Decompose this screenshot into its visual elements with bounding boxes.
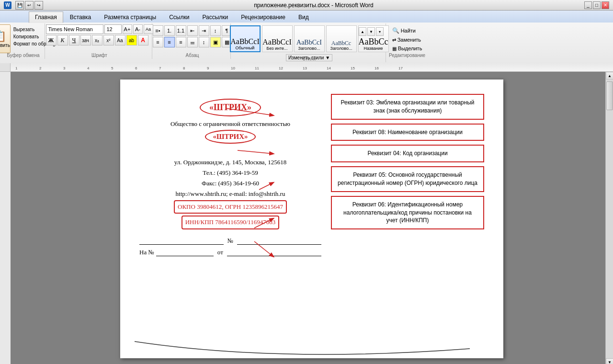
italic-button[interactable]: К [57,35,68,46]
styles-expand[interactable]: ▾ [376,27,384,36]
address-line: ул. Орджоникидзе, д. 145, Москва, 125618 [139,157,321,168]
tab-home[interactable]: Главная [29,11,63,23]
strikethrough-button[interactable]: зач [80,35,91,46]
scroll-track[interactable] [606,80,613,358]
font-color-button[interactable]: А [138,35,148,46]
svg-text:8: 8 [183,66,185,70]
svg-text:9: 9 [207,66,209,70]
increase-indent-button[interactable]: ⇥ [199,25,209,36]
scroll-thumb[interactable] [606,81,613,110]
align-left-button[interactable]: ≡ [153,37,163,47]
org-type-text: Общество с ограниченной ответственностью [139,120,321,128]
ot-label: от [217,249,223,256]
app-icon: W [4,1,11,9]
main-area: «ШТРИХ» Общество с ограниченной ответств… [0,72,613,364]
document-area: «ШТРИХ» Общество с ограниченной ответств… [11,72,613,364]
highlight-button[interactable]: ab [126,35,137,46]
paragraph-label: Абзац [154,53,230,58]
close-button[interactable]: ✕ [602,1,609,9]
stamp-area: «ШТРИХ» [139,94,321,118]
ribbon-content: 📋 Вставить Вырезать Копировать Формат по… [0,23,613,63]
ruler-marks: 1 2 3 4 5 6 7 8 9 10 11 12 13 14 15 16 1… [11,63,613,72]
style-heading2[interactable]: AaBbCc Заголово... [326,25,357,52]
req-box-06: Реквизит 06: Идентификационный номер нал… [331,196,484,229]
underline-button[interactable]: Ч [69,35,79,46]
scroll-down-button[interactable]: ▼ [606,358,613,364]
svg-text:11: 11 [255,66,259,70]
shrink-font-button[interactable]: A- [133,24,143,34]
ruler: 1 2 3 4 5 6 7 8 9 10 11 12 13 14 15 16 1… [0,63,613,72]
number-sign: № [227,237,233,245]
paragraph-group: ≡• 1. 1.1 ⇤ ⇥ ↕ ¶ ≡ ≡ ≡ ⚌ ↕ ▣ ▦ Абзац [154,23,231,59]
grow-font-button[interactable]: A+ [123,24,132,34]
tab-layout[interactable]: Разметка страницы [98,11,162,23]
minimize-button[interactable]: _ [584,1,592,9]
form-section: № На № от [139,237,321,256]
line-spacing-button[interactable]: ↕ [199,37,209,47]
svg-text:7: 7 [159,66,161,70]
ruler-corner [0,63,11,72]
replace-button[interactable]: ⇄ Заменить [390,36,423,44]
style-no-spacing[interactable]: AaBbCcI Без инте... [262,25,293,52]
address-block: ул. Орджоникидзе, д. 145, Москва, 125618… [139,157,321,229]
styles-scroll-down[interactable]: ▼ [367,27,375,36]
bullets-button[interactable]: ≡• [153,25,163,36]
req-box-04: Реквизит 04: Код организации [331,145,484,162]
multilevel-button[interactable]: 1.1 [176,25,186,36]
left-section: «ШТРИХ» Общество с ограниченной ответств… [139,94,331,260]
svg-text:5: 5 [111,66,114,70]
page-bottom-curve [135,339,496,358]
superscript-button[interactable]: x² [103,35,114,46]
select-button[interactable]: ▦ Выделить [390,45,424,52]
quick-access-undo[interactable]: ↩ [25,1,34,10]
clipboard-label: Буфер обмена [2,53,45,58]
scroll-up-button[interactable]: ▲ [606,72,613,80]
style-normal[interactable]: AaBbCcI Обычный [230,25,261,52]
styles-label: Стили [233,56,386,61]
stamp-oval: «ШТРИХ» [200,99,261,116]
styles-scroll-up[interactable]: ▲ [359,27,366,36]
reply-line: На № от [139,249,321,256]
subscript-button[interactable]: x₂ [92,35,102,46]
editing-group: 🔍 Найти ⇄ Заменить ▦ Выделить Редактиров… [388,23,426,59]
decrease-indent-button[interactable]: ⇤ [187,25,198,36]
vertical-scrollbar[interactable]: ▲ ▼ [605,72,613,364]
tab-insert[interactable]: Вставка [64,11,98,23]
align-center-button[interactable]: ≡ [164,37,175,47]
org-name-area: «ШТРИХ» [139,130,321,149]
bold-button[interactable]: Ж [46,35,57,46]
tab-mailings[interactable]: Рассылки [196,11,234,23]
svg-text:16: 16 [375,66,379,70]
inn-area: ИНН/КПП 7864116590/116947003 [139,216,321,229]
font-name-input[interactable] [46,24,103,34]
tab-view[interactable]: Вид [292,11,315,23]
na-label: На № [139,249,154,256]
svg-text:14: 14 [327,66,331,70]
vertical-ruler [0,72,11,364]
okpo-ogrn-box: ОКПО 39804612, ОГРН 1235896215647 [174,200,287,214]
shading-button[interactable]: ▣ [210,37,221,47]
align-right-button[interactable]: ≡ [176,37,186,47]
maximize-button[interactable]: □ [593,1,601,9]
svg-text:1: 1 [15,66,18,70]
clipboard-group: 📋 Вставить Вырезать Копировать Формат по… [2,23,45,59]
quick-access-redo[interactable]: ↪ [34,1,43,10]
find-button[interactable]: 🔍 Найти [390,26,418,35]
svg-text:15: 15 [351,66,355,70]
org-name-oval: «ШТРИХ» [205,130,255,144]
style-heading1[interactable]: AaBbCcI Заголово... [294,25,325,52]
paste-button[interactable]: 📋 Вставить [0,24,11,53]
ribbon-tabs: Главная Вставка Разметка страницы Ссылки… [0,11,613,23]
editing-label: Редактирование [388,53,426,58]
justify-button[interactable]: ⚌ [187,37,198,47]
doc-number-field [237,237,321,245]
numbering-button[interactable]: 1. [164,25,175,36]
quick-access-save[interactable]: 💾 [15,1,24,10]
sort-button[interactable]: ↕ [210,25,221,36]
tab-references[interactable]: Ссылки [163,11,195,23]
font-size-input[interactable] [104,24,122,34]
text-effects-button[interactable]: Аа [115,35,125,46]
tab-review[interactable]: Рецензирование [235,11,292,23]
reply-date-field [227,249,321,256]
clear-format-button[interactable]: Aa [144,24,153,34]
